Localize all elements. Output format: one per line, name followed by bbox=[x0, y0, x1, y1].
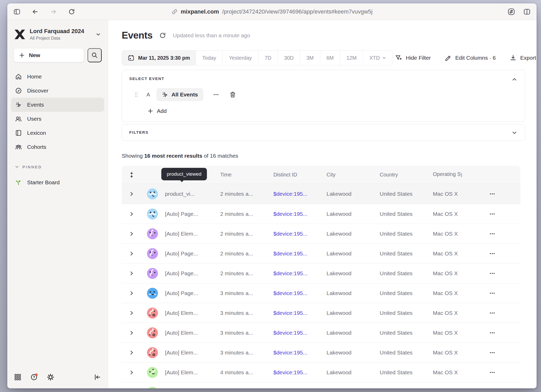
column-header-os[interactable]: Operating System bbox=[431, 171, 486, 179]
date-preset-6m[interactable]: 6M bbox=[320, 51, 340, 65]
row-actions-icon[interactable] bbox=[486, 190, 520, 198]
expand-row-icon[interactable] bbox=[122, 330, 142, 335]
search-button[interactable] bbox=[88, 48, 102, 62]
event-avatar bbox=[142, 288, 163, 299]
country-cell: United States bbox=[378, 350, 431, 356]
drag-handle-icon[interactable] bbox=[134, 91, 138, 98]
table-row[interactable]: [Auto] Elem...3 minutes a...$device:195.… bbox=[122, 303, 520, 323]
time-cell: 2 minutes a... bbox=[219, 250, 272, 257]
date-preset-xtd[interactable]: XTD bbox=[363, 51, 393, 65]
distinct-id-link[interactable]: $device:195... bbox=[272, 369, 325, 376]
add-label: Add bbox=[157, 108, 167, 114]
reload-icon[interactable] bbox=[68, 8, 76, 16]
expand-row-icon[interactable] bbox=[122, 231, 142, 236]
date-preset-today[interactable]: Today bbox=[196, 51, 222, 65]
expand-row-icon[interactable] bbox=[122, 191, 142, 197]
table-row[interactable]: [Auto] Page...3 minutes a...$device:195.… bbox=[122, 283, 520, 303]
chevron-down-icon[interactable] bbox=[511, 130, 518, 136]
date-preset-30d[interactable]: 30D bbox=[278, 51, 300, 65]
table-row[interactable]: [Auto] Elem...3 minutes a...$device:195.… bbox=[122, 342, 520, 362]
home-icon bbox=[15, 73, 22, 80]
event-selector-chip[interactable]: All Events bbox=[156, 88, 203, 101]
expand-row-icon[interactable] bbox=[122, 271, 142, 276]
country-cell: United States bbox=[378, 330, 431, 336]
date-range-current[interactable]: Mar 11, 2025 3:30 pm bbox=[122, 51, 196, 65]
chevron-up-icon[interactable] bbox=[511, 76, 518, 83]
distinct-id-link[interactable]: $device:195... bbox=[272, 330, 325, 336]
column-header-country[interactable]: Country bbox=[378, 172, 431, 178]
sidebar-item-discover[interactable]: Discover bbox=[11, 84, 104, 98]
back-icon[interactable] bbox=[31, 8, 39, 16]
project-switcher[interactable]: Lord Farquaad 2024 All Project Data bbox=[7, 20, 108, 41]
distinct-id-link[interactable]: $device:195... bbox=[272, 290, 325, 296]
sidebar-item-lexicon[interactable]: Lexicon bbox=[11, 126, 104, 140]
collapse-sidebar-icon[interactable] bbox=[94, 373, 101, 381]
sidebar-item-home[interactable]: Home bbox=[11, 70, 104, 84]
refresh-icon[interactable] bbox=[159, 32, 166, 39]
date-preset-12m[interactable]: 12M bbox=[340, 51, 363, 65]
row-actions-icon[interactable] bbox=[486, 290, 520, 297]
date-preset-3m[interactable]: 3M bbox=[300, 51, 320, 65]
pinned-section-header[interactable]: PINNED bbox=[15, 164, 108, 169]
expand-row-icon[interactable] bbox=[122, 350, 142, 355]
expand-row-icon[interactable] bbox=[122, 370, 142, 375]
table-row[interactable]: [Auto] Elem...4 minutes a...$device:195.… bbox=[122, 362, 520, 382]
add-event-button[interactable]: Add bbox=[147, 108, 518, 114]
svg-text:?: ? bbox=[33, 375, 35, 379]
distinct-id-link[interactable]: $device:195... bbox=[272, 191, 325, 197]
more-options-icon[interactable] bbox=[213, 91, 219, 98]
row-actions-icon[interactable] bbox=[486, 329, 520, 336]
event-chip-label: All Events bbox=[171, 91, 198, 98]
distinct-id-link[interactable]: $device:195... bbox=[272, 231, 325, 237]
edit-columns-button[interactable]: Edit Columns · 6 bbox=[445, 54, 496, 61]
page-settings-icon[interactable] bbox=[507, 8, 515, 16]
sidebar-item-users[interactable]: Users bbox=[11, 112, 104, 126]
trash-icon[interactable] bbox=[229, 91, 236, 98]
row-actions-icon[interactable] bbox=[486, 230, 520, 237]
distinct-id-link[interactable]: $device:195... bbox=[272, 310, 325, 316]
apps-grid-icon[interactable] bbox=[14, 373, 21, 381]
table-row[interactable]: [Auto] Elem...2 minutes a...$device:195.… bbox=[122, 224, 520, 243]
table-row[interactable]: [Auto] Page...2 minutes a...$device:195.… bbox=[122, 263, 520, 283]
sidebar-toggle-icon[interactable] bbox=[13, 8, 21, 16]
gear-icon[interactable] bbox=[47, 373, 54, 381]
expand-row-icon[interactable] bbox=[122, 291, 142, 296]
expand-row-icon[interactable] bbox=[122, 211, 142, 217]
sidebar-item-label: Lexicon bbox=[27, 130, 46, 136]
distinct-id-link[interactable]: $device:195... bbox=[272, 211, 325, 217]
collapse-rows-icon[interactable] bbox=[122, 172, 142, 178]
table-row[interactable]: [Auto] Elem...3 minutes a...$device:195.… bbox=[122, 323, 520, 342]
column-header-city[interactable]: City bbox=[325, 172, 378, 178]
distinct-id-link[interactable]: $device:195... bbox=[272, 350, 325, 356]
sidebar-item-cohorts[interactable]: Cohorts bbox=[11, 140, 104, 154]
row-actions-icon[interactable] bbox=[486, 309, 520, 317]
table-row[interactable] bbox=[122, 382, 520, 388]
row-actions-icon[interactable] bbox=[486, 270, 520, 277]
table-row[interactable]: [Auto] Page...2 minutes a...$device:195.… bbox=[122, 243, 520, 263]
new-button[interactable]: New bbox=[14, 48, 84, 62]
row-actions-icon[interactable] bbox=[486, 250, 520, 257]
date-preset-yesterday[interactable]: Yesterday bbox=[222, 51, 258, 65]
project-meta: Lord Farquaad 2024 All Project Data bbox=[30, 28, 91, 41]
column-header-time[interactable]: Time bbox=[219, 172, 272, 178]
help-icon[interactable]: ? bbox=[30, 373, 38, 381]
row-actions-icon[interactable] bbox=[486, 369, 520, 376]
hide-filter-button[interactable]: Hide Filter bbox=[395, 54, 431, 62]
table-row[interactable]: [Auto] Page...2 minutes a...$device:195.… bbox=[122, 204, 520, 224]
expand-row-icon[interactable] bbox=[122, 310, 142, 316]
distinct-id-link[interactable]: $device:195... bbox=[272, 270, 325, 277]
column-header-distinct-id[interactable]: Distinct ID bbox=[272, 172, 325, 178]
sidebar-item-events[interactable]: Events bbox=[11, 98, 104, 112]
time-cell: 4 minutes a... bbox=[219, 369, 272, 376]
url-bar[interactable]: mixpanel.com/project/3472420/view/397469… bbox=[171, 3, 372, 20]
pinned-item-starter-board[interactable]: Starter Board bbox=[11, 175, 104, 189]
row-actions-icon[interactable] bbox=[486, 210, 520, 218]
distinct-id-link[interactable]: $device:195... bbox=[272, 250, 325, 257]
table-row[interactable]: product_vi...2 minutes a...$device:195..… bbox=[122, 184, 520, 204]
split-view-icon[interactable] bbox=[523, 8, 531, 16]
export-button[interactable]: Export bbox=[510, 54, 536, 61]
forward-icon[interactable] bbox=[50, 8, 57, 16]
date-preset-7d[interactable]: 7D bbox=[258, 51, 278, 65]
row-actions-icon[interactable] bbox=[486, 349, 520, 356]
expand-row-icon[interactable] bbox=[122, 251, 142, 256]
